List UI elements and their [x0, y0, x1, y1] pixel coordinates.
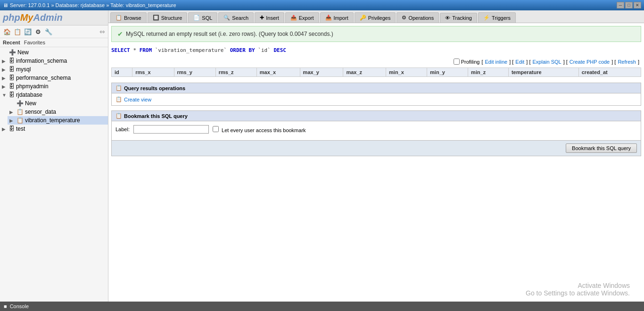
refresh-icon[interactable]: 🔄: [24, 27, 32, 36]
query-results-body: 📋 Create view: [112, 93, 641, 105]
tree-item-new-table[interactable]: ➕ New: [8, 99, 108, 108]
success-icon: ✔: [117, 30, 123, 38]
tab-browse[interactable]: 📋 Browse: [110, 12, 147, 23]
recent-favorites-bar: Recent Favorites: [0, 38, 108, 47]
sql-display: SELECT * FROM `vibration_temperature` OR…: [111, 46, 641, 55]
home-icon[interactable]: 🏠: [3, 27, 11, 36]
db-icon: 🗄: [9, 75, 15, 81]
title-bar-text: Server: 127.0.0.1 » Database: rjdatabase…: [10, 2, 176, 8]
query-results-title: Query results operations: [124, 85, 185, 91]
profiling-label[interactable]: Profiling: [454, 59, 480, 65]
results-table: id rms_x rms_y rms_z max_x max_y max_z m…: [111, 67, 641, 77]
new-table-icon: ➕: [17, 100, 24, 107]
public-checkbox[interactable]: [213, 126, 219, 132]
public-checkbox-label[interactable]: Let every user access this bookmark: [213, 126, 306, 133]
console-icon: ■: [4, 303, 7, 309]
col-min-y: min_y: [427, 68, 468, 77]
bookmark-title: Bookmark this SQL query: [124, 113, 188, 119]
tree-item-test[interactable]: ▶ 🗄 test: [0, 125, 108, 133]
refresh-link[interactable]: Refresh: [618, 59, 636, 65]
tab-tracking[interactable]: 👁 Tracking: [440, 13, 477, 23]
tab-privileges[interactable]: 🔑 Privileges: [355, 12, 396, 23]
tab-sql[interactable]: 📄 SQL: [188, 12, 217, 23]
database-icon[interactable]: 📋: [13, 27, 22, 36]
browse-icon: 📋: [116, 15, 122, 21]
table-icon: 📋: [17, 117, 24, 124]
recent-tab[interactable]: Recent: [3, 40, 20, 45]
tab-bar: 📋 Browse 🔲 Structure 📄 SQL 🔍 Search ✚ In…: [108, 10, 644, 23]
edit-inline-link[interactable]: Edit inline: [485, 59, 507, 65]
phpmyadmin-logo: phpMyAdmin: [3, 12, 63, 23]
query-results-header: 📋 Query results operations: [112, 83, 641, 93]
privileges-icon: 🔑: [360, 15, 366, 21]
col-id: id: [112, 68, 132, 77]
create-view-link[interactable]: 📋 Create view: [116, 96, 637, 102]
tree-item-new[interactable]: ➕ New: [0, 48, 108, 57]
tab-structure[interactable]: 🔲 Structure: [148, 12, 188, 23]
bookmark-label-input[interactable]: [133, 125, 209, 134]
db-icon: 🗄: [9, 92, 15, 98]
more-icon[interactable]: 🔧: [44, 27, 53, 36]
db-icon: 🗄: [9, 66, 15, 73]
settings-icon[interactable]: ⚙: [34, 27, 42, 36]
tree-item-performance-schema[interactable]: ▶ 🗄 performance_schema: [0, 74, 108, 82]
query-results-section: 📋 Query results operations 📋 Create view: [111, 83, 641, 106]
tree-item-vibration-temperature[interactable]: ▶ 📋 vibration_temperature: [8, 116, 108, 125]
main-layout: phpMyAdmin 🏠 📋 🔄 ⚙ 🔧 ⇔ Recent Favorites …: [0, 10, 644, 302]
col-min-z: min_z: [468, 68, 509, 77]
import-icon: 📥: [325, 15, 332, 21]
db-icon: 🗄: [9, 58, 15, 64]
table-icon: 📋: [17, 109, 24, 115]
col-temperature: temperature: [508, 68, 578, 77]
bookmark-form-row: Label: Let every user access this bookma…: [116, 125, 637, 134]
bookmark-submit-button[interactable]: Bookmark this SQL query: [566, 143, 637, 153]
tree-item-phpmyadmin[interactable]: ▶ 🗄 phpmyadmin: [0, 82, 108, 91]
structure-icon: 🔲: [153, 15, 159, 21]
tree-item-mysql[interactable]: ▶ 🗄 mysql: [0, 65, 108, 74]
bookmark-body: Label: Let every user access this bookma…: [112, 121, 641, 140]
edit-link[interactable]: Edit: [515, 59, 524, 65]
favorites-tab[interactable]: Favorites: [24, 40, 45, 45]
col-max-z: max_z: [343, 68, 386, 77]
tab-triggers[interactable]: ⚡ Triggers: [478, 12, 516, 23]
tab-search[interactable]: 🔍 Search: [218, 12, 254, 23]
tab-operations[interactable]: ⚙ Operations: [396, 12, 439, 23]
database-tree: ➕ New ▶ 🗄 information_schema ▶ 🗄 mysql ▶…: [0, 47, 108, 134]
col-max-x: max_x: [256, 68, 300, 77]
success-text: MySQL returned an empty result set (i.e.…: [126, 31, 333, 37]
bookmark-header: 📋 Bookmark this SQL query: [112, 111, 641, 121]
tab-insert[interactable]: ✚ Insert: [255, 12, 284, 23]
tree-item-sensor-data[interactable]: ▶ 📋 sensor_data: [8, 108, 108, 116]
create-php-link[interactable]: Create PHP code: [570, 59, 610, 65]
tree-item-rjdatabase[interactable]: ▼ 🗄 rjdatabase: [0, 91, 108, 99]
sidebar-collapse-icon[interactable]: ⇔: [99, 28, 105, 35]
col-created-at: created_at: [578, 68, 641, 77]
tab-export[interactable]: 📤 Export: [285, 12, 319, 23]
sidebar: phpMyAdmin 🏠 📋 🔄 ⚙ 🔧 ⇔ Recent Favorites …: [0, 10, 108, 302]
col-min-x: min_x: [386, 68, 427, 77]
db-icon: 🗄: [9, 126, 15, 132]
tracking-icon: 👁: [445, 15, 450, 21]
title-bar-controls: ─ □ ✕: [617, 2, 641, 8]
search-icon: 🔍: [223, 15, 230, 21]
explain-sql-link[interactable]: Explain SQL: [533, 59, 561, 65]
console-label[interactable]: Console: [10, 303, 29, 309]
tree-item-information-schema[interactable]: ▶ 🗄 information_schema: [0, 57, 108, 65]
profiling-checkbox[interactable]: [454, 59, 460, 65]
export-icon: 📤: [290, 15, 297, 21]
content-area: 📋 Browse 🔲 Structure 📄 SQL 🔍 Search ✚ In…: [108, 10, 644, 302]
close-button[interactable]: ✕: [634, 2, 641, 8]
table-header-row: id rms_x rms_y rms_z max_x max_y max_z m…: [112, 68, 641, 77]
bookmark-section: 📋 Bookmark this SQL query Label: Let eve…: [111, 110, 641, 156]
rjdatabase-children: ➕ New ▶ 📋 sensor_data ▶ 📋 vibration_temp…: [0, 99, 108, 125]
new-icon: ➕: [9, 49, 16, 56]
operations-icon: ⚙: [402, 15, 406, 21]
bookmark-footer: Bookmark this SQL query: [112, 140, 641, 156]
minimize-button[interactable]: ─: [617, 2, 624, 8]
col-rms-x: rms_x: [132, 68, 174, 77]
col-rms-z: rms_z: [215, 68, 256, 77]
tab-import[interactable]: 📥 Import: [320, 12, 354, 23]
maximize-button[interactable]: □: [625, 2, 633, 8]
window-icon: 🖥: [3, 2, 8, 8]
create-view-icon: 📋: [116, 96, 122, 102]
